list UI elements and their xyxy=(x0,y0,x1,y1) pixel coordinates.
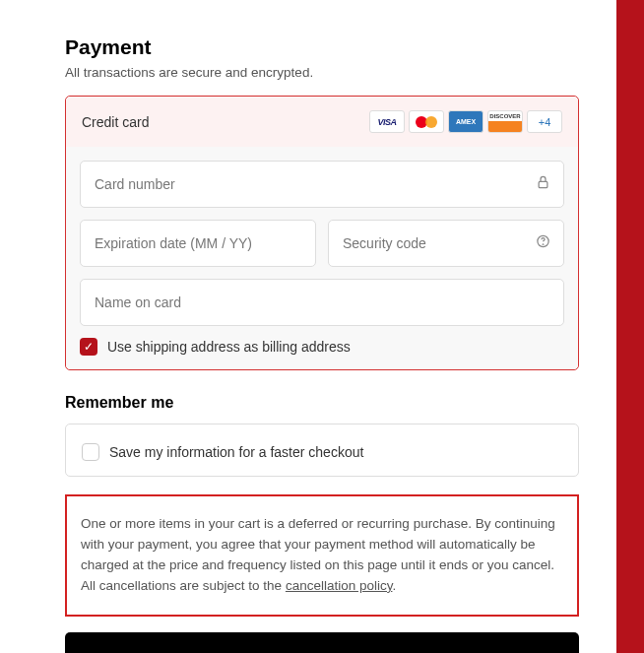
card-number-input[interactable] xyxy=(80,161,564,208)
checkout-payment-section: Payment All transactions are secure and … xyxy=(0,35,644,653)
disclaimer-text-2: . xyxy=(392,578,396,593)
expiry-input[interactable] xyxy=(80,220,316,267)
subscription-disclaimer: One or more items in your cart is a defe… xyxy=(81,514,563,597)
payment-heading: Payment xyxy=(65,35,579,59)
payment-fields: ✓ Use shipping address as billing addres… xyxy=(66,147,578,369)
remember-checkbox[interactable] xyxy=(82,443,99,461)
svg-rect-0 xyxy=(539,181,547,187)
pay-now-button[interactable]: Pay now xyxy=(65,632,579,653)
payment-method-header[interactable]: Credit card VISA AMEX DISCOVER +4 xyxy=(66,97,578,147)
amex-icon: AMEX xyxy=(448,110,483,133)
billing-same-as-shipping-row[interactable]: ✓ Use shipping address as billing addres… xyxy=(80,338,564,356)
name-on-card-input[interactable] xyxy=(80,279,564,326)
discover-icon: DISCOVER xyxy=(487,110,523,133)
more-cards-badge[interactable]: +4 xyxy=(527,110,562,133)
payment-method-label: Credit card xyxy=(82,114,149,130)
visa-icon: VISA xyxy=(369,110,405,133)
check-icon: ✓ xyxy=(84,340,94,354)
brand-stripe xyxy=(616,0,644,653)
svg-point-2 xyxy=(543,244,544,245)
remember-heading: Remember me xyxy=(65,394,579,412)
mastercard-icon xyxy=(409,110,444,133)
billing-checkbox[interactable]: ✓ xyxy=(80,338,97,356)
remember-me-box[interactable]: Save my information for a faster checkou… xyxy=(65,424,579,477)
cancellation-policy-link[interactable]: cancellation policy xyxy=(286,578,393,593)
lock-icon xyxy=(536,175,550,194)
payment-method-box: Credit card VISA AMEX DISCOVER +4 xyxy=(65,96,579,370)
cvv-input[interactable] xyxy=(328,220,564,267)
payment-subtitle: All transactions are secure and encrypte… xyxy=(65,65,579,80)
billing-checkbox-label: Use shipping address as billing address xyxy=(107,339,351,355)
remember-checkbox-label: Save my information for a faster checkou… xyxy=(109,444,363,460)
accepted-cards: VISA AMEX DISCOVER +4 xyxy=(369,110,562,133)
subscription-disclaimer-box: One or more items in your cart is a defe… xyxy=(65,494,579,617)
help-icon[interactable] xyxy=(536,234,550,253)
